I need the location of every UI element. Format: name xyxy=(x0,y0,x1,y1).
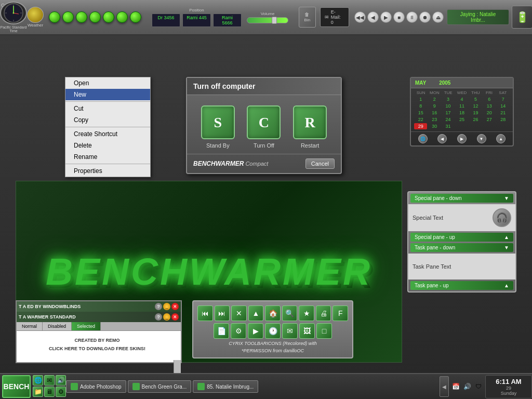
stop-button[interactable]: ■ xyxy=(393,11,405,23)
tray-icon-2[interactable]: 🔊 xyxy=(462,382,472,391)
taskbar-scroll-left[interactable]: ◀ xyxy=(440,376,449,397)
cal-day-1[interactable]: 1 xyxy=(414,96,427,102)
turnoff-button[interactable]: C xyxy=(247,105,281,139)
cal-day-7[interactable]: 7 xyxy=(497,96,510,102)
quick-icon-5[interactable]: 🔊 xyxy=(56,375,66,385)
tb-icon-star[interactable]: ★ xyxy=(299,305,314,321)
start-button[interactable]: BENCH xyxy=(2,375,31,398)
cal-day-8[interactable]: 8 xyxy=(414,103,427,109)
tb-icon-doc[interactable]: 📄 xyxy=(214,323,229,339)
win-close-btn-1[interactable]: ✕ xyxy=(171,303,179,310)
volume-thumb[interactable] xyxy=(272,17,277,24)
green-ball-5[interactable] xyxy=(103,11,114,23)
special-pane-down-btn[interactable]: Special pane - down ▼ xyxy=(410,194,513,203)
cal-day-28[interactable]: 28 xyxy=(497,116,510,123)
quick-icon-3[interactable]: ✉ xyxy=(44,375,55,385)
tb-icon-f[interactable]: F xyxy=(332,305,348,321)
context-menu-cut[interactable]: Cut xyxy=(65,103,150,114)
quick-icon-4[interactable]: 🖥 xyxy=(44,387,55,397)
special-pane-up-btn[interactable]: Special pane - up ▲ xyxy=(410,233,513,242)
cal-day-21[interactable]: 21 xyxy=(497,110,510,116)
context-menu-create-shortcut[interactable]: Create Shortcut xyxy=(65,128,150,140)
cal-day-13[interactable]: 13 xyxy=(483,103,496,109)
task-pane-down-btn[interactable]: Task pane - down ▼ xyxy=(410,243,513,252)
cal-day-14[interactable]: 14 xyxy=(497,103,510,109)
cal-day-24[interactable]: 24 xyxy=(442,116,455,123)
tray-icon-1[interactable]: 📅 xyxy=(451,382,460,391)
cal-day-27[interactable]: 27 xyxy=(483,116,496,123)
volume-bar[interactable] xyxy=(247,17,288,23)
cal-day-11[interactable]: 11 xyxy=(455,103,468,109)
cal-day-23[interactable]: 23 xyxy=(428,116,441,123)
context-menu-open[interactable]: Open xyxy=(65,77,150,89)
tb-icon-search[interactable]: 🔍 xyxy=(282,305,298,321)
tb-icon-print[interactable]: 🖨 xyxy=(316,305,331,321)
standby-button[interactable]: S xyxy=(201,105,235,139)
green-ball-3[interactable] xyxy=(76,11,87,23)
tb-icon-fwd[interactable]: ⏭ xyxy=(215,305,230,321)
cal-day-20[interactable]: 20 xyxy=(483,110,496,116)
context-menu-delete[interactable]: Delete xyxy=(65,140,150,151)
cal-day-16[interactable]: 16 xyxy=(428,110,441,116)
pause-button[interactable]: ⏸ xyxy=(406,11,418,23)
cal-day-25[interactable]: 25 xyxy=(455,116,468,123)
quick-icon-6[interactable]: ⚙ xyxy=(56,387,66,397)
cal-day-18[interactable]: 18 xyxy=(455,110,468,116)
cal-day-9[interactable]: 9 xyxy=(428,103,441,109)
green-ball-7[interactable] xyxy=(130,11,141,23)
quick-icon-2[interactable]: 📁 xyxy=(33,387,43,397)
turnoff-option[interactable]: C Turn Off xyxy=(247,105,281,149)
clock-widget[interactable]: Capture Pacific Standard Time xyxy=(0,2,27,33)
cal-next-btn[interactable]: ▶ xyxy=(457,134,467,143)
cal-day-2[interactable]: 2 xyxy=(428,96,441,102)
context-menu-copy[interactable]: Copy xyxy=(65,114,150,126)
task-pane-up-btn[interactable]: Task pane - up ▲ xyxy=(410,281,513,290)
cal-up-btn[interactable]: ▲ xyxy=(496,134,506,143)
tab-disabled[interactable]: Disabled xyxy=(43,322,72,330)
tb-icon-img[interactable]: 🖼 xyxy=(299,323,315,339)
cal-day-10[interactable]: 10 xyxy=(442,103,455,109)
email-display[interactable]: ✉ E-Mail: 0 xyxy=(320,7,349,27)
tb-icon-rewind[interactable]: ⏮ xyxy=(197,305,213,321)
restart-option[interactable]: R Restart xyxy=(293,105,327,149)
green-ball-6[interactable] xyxy=(116,11,128,23)
cal-down-btn[interactable]: ▼ xyxy=(477,134,486,143)
standby-option[interactable]: S Stand By xyxy=(201,105,235,149)
task-bench-green[interactable]: Bench Green Gra... xyxy=(128,380,192,393)
tb-icon-clock[interactable]: 🕐 xyxy=(265,323,281,339)
bin-icon[interactable]: 🗑Bin xyxy=(299,7,316,28)
tray-icon-3[interactable]: 🛡 xyxy=(474,382,483,391)
tb-icon-settings[interactable]: ⚙ xyxy=(231,323,246,339)
tb-icon-up[interactable]: ▲ xyxy=(248,305,264,321)
context-menu-rename[interactable]: Rename xyxy=(65,151,150,163)
cal-prev-btn[interactable]: ◀ xyxy=(437,134,447,143)
cal-day-3[interactable]: 3 xyxy=(442,96,455,102)
cal-globe-btn[interactable]: 🌐 xyxy=(418,134,428,143)
win-min-btn-1[interactable]: _ xyxy=(163,303,170,310)
cal-day-22[interactable]: 22 xyxy=(414,116,427,123)
weather-widget[interactable]: Weather xyxy=(27,7,44,28)
play-button[interactable]: ▶ xyxy=(380,11,392,23)
tb-icon-mail[interactable]: ✉ xyxy=(282,323,298,339)
cal-day-29[interactable]: 29 xyxy=(414,123,427,129)
task-natalie[interactable]: 85. Natalie Imbrug... xyxy=(193,380,258,393)
win-scrollbar[interactable] xyxy=(174,360,181,373)
tb-icon-play2[interactable]: ▶ xyxy=(248,323,263,339)
cal-day-12[interactable]: 12 xyxy=(469,103,482,109)
cal-day-30[interactable]: 30 xyxy=(428,123,441,129)
win-min-btn-2[interactable]: _ xyxy=(163,313,170,321)
cancel-button[interactable]: Cancel xyxy=(305,158,335,169)
rewind-button[interactable]: ◀◀ xyxy=(354,11,366,23)
cal-day-31[interactable]: 31 xyxy=(442,123,455,129)
tb-icon-x[interactable]: ✕ xyxy=(231,305,247,321)
tb-icon-square[interactable]: □ xyxy=(316,323,332,339)
win-help-btn-1[interactable]: ? xyxy=(155,303,162,310)
context-menu-new[interactable]: New xyxy=(65,89,150,100)
eject-button[interactable]: ⏏ xyxy=(432,11,444,23)
tab-normal[interactable]: Normal xyxy=(17,322,43,330)
quick-icon-1[interactable]: 🌐 xyxy=(33,375,43,385)
cal-day-6[interactable]: 6 xyxy=(483,96,496,102)
back-button[interactable]: ◀ xyxy=(367,11,379,23)
win-help-btn-2[interactable]: ? xyxy=(155,313,162,321)
context-menu-properties[interactable]: Properties xyxy=(65,165,150,177)
